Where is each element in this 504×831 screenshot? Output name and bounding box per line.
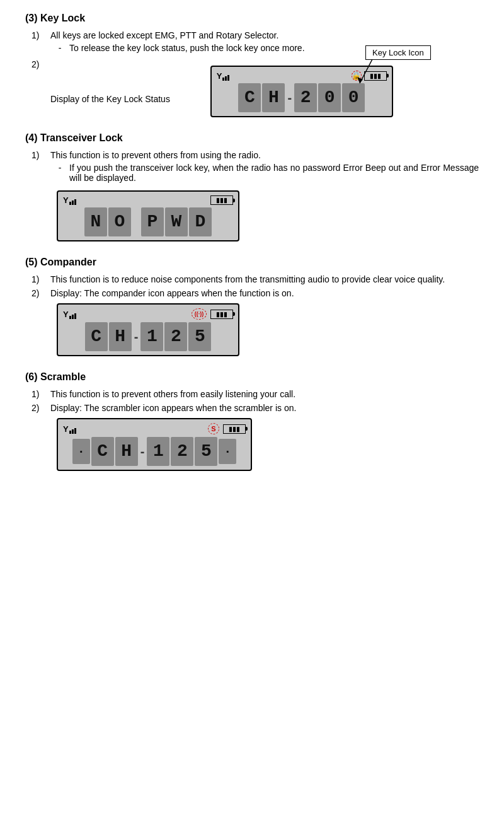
seg-sep1: -	[286, 91, 293, 105]
seg-W: W	[165, 207, 188, 236]
list-num-2: 2)	[25, 59, 50, 117]
seg-c-1: 1	[140, 322, 163, 351]
scramble-text-1: This function is to prevent others from …	[50, 389, 295, 399]
seg-c-5: 5	[188, 322, 211, 351]
scramble-text-2: Display: The scrambler icon appears when…	[50, 403, 296, 413]
seg-D: D	[189, 207, 212, 236]
list-num-c2: 2)	[25, 288, 50, 356]
heading-scramble: (6) Scramble	[25, 371, 479, 383]
section-scramble: (6) Scramble 1) This function is to prev…	[25, 371, 479, 471]
seg-s-5: 5	[195, 437, 217, 466]
seg-s-C: C	[91, 437, 114, 466]
lcd-display-scramble: Y S ▮▮▮ ·	[57, 418, 252, 471]
section-key-lock: (3) Key Lock 1) All keys are locked exce…	[25, 13, 479, 117]
compander-icon-area: ((·)) ▮▮▮	[192, 308, 233, 320]
compander-item-2: 2) Display: The compander icon appears w…	[25, 288, 479, 356]
compander-icon: ((·))	[192, 308, 207, 320]
seg-H: H	[262, 83, 285, 112]
list-num-t1: 1)	[25, 150, 50, 241]
list-num-1: 1)	[25, 30, 50, 55]
lcd-top-scramble: Y S ▮▮▮	[63, 423, 246, 434]
callout-arrow	[357, 59, 375, 84]
seg-s-sep: -	[139, 445, 146, 459]
signal-icon-compander: Y	[63, 310, 76, 319]
scramble-item-2: 2) Display: The scrambler icon appears w…	[25, 403, 479, 471]
battery-icon-scramble: ▮▮▮	[223, 424, 246, 434]
list-content-s1: This function is to prevent others from …	[50, 389, 479, 399]
seg-s-2: 2	[171, 437, 193, 466]
seg-s-sm2: ·	[219, 439, 236, 464]
seg-P: P	[141, 207, 164, 236]
seg-c-C: C	[85, 322, 108, 351]
compander-item-1: 1) This function is to reduce noise comp…	[25, 274, 479, 284]
transceiver-lock-text-1: This function is to prevent others from …	[50, 150, 261, 160]
heading-compander: (5) Compander	[25, 257, 479, 268]
section-compander: (5) Compander 1) This function is to red…	[25, 257, 479, 356]
seg-s-H: H	[115, 437, 138, 466]
list-num-s1: 1)	[25, 389, 50, 399]
seg-c-2: 2	[164, 322, 187, 351]
section-transceiver-lock: (4) Transceiver Lock 1) This function is…	[25, 132, 479, 241]
seg-0a: 0	[318, 83, 341, 112]
list-content-c2: Display: The compander icon appears when…	[50, 288, 479, 356]
list-content-t1: This function is to prevent others from …	[50, 150, 479, 241]
compander-text-1: This function is to reduce noise compone…	[50, 274, 479, 284]
lcd-display-nopwd: Y ▮▮▮ N O P	[57, 190, 239, 241]
key-lock-text-1: All keys are locked except EMG, PTT and …	[50, 30, 278, 40]
list-content-s2: Display: The scrambler icon appears when…	[50, 403, 479, 471]
battery-icon-compander: ▮▮▮	[210, 310, 233, 319]
seg-s-sm1: ·	[72, 439, 90, 464]
list-content-c1: This function is to reduce noise compone…	[50, 274, 479, 284]
list-content-2: Display of the Key Lock Status Key Lock …	[50, 59, 479, 117]
sub-dash-t1: -	[50, 163, 69, 183]
key-lock-text-2: Display of the Key Lock Status	[50, 94, 170, 104]
list-num-c1: 1)	[25, 274, 50, 284]
transceiver-lock-item-1: 1) This function is to prevent others fr…	[25, 150, 479, 241]
seg-s-1: 1	[147, 437, 169, 466]
lcd-segments-compander: C H - 1 2 5	[63, 322, 233, 351]
battery-icon-nopwd: ▮▮▮	[210, 195, 233, 205]
lcd-segments-scramble: · C H - 1 2 5 ·	[63, 437, 246, 466]
lcd-segments-nopwd: N O P W D	[63, 207, 233, 236]
signal-icon: Y	[217, 71, 230, 81]
sub-item-t1: - If you push the transceiver lock key, …	[50, 163, 479, 183]
seg-C: C	[238, 83, 261, 112]
heading-transceiver-lock: (4) Transceiver Lock	[25, 132, 479, 144]
seg-0b: 0	[342, 83, 365, 112]
seg-O: O	[108, 207, 131, 236]
lcd-top-nopwd: Y ▮▮▮	[63, 195, 233, 205]
lcd-top-compander: Y ((·)) ▮▮▮	[63, 308, 233, 320]
seg-2: 2	[294, 83, 317, 112]
sub-content-t1: If you push the transceiver lock key, wh…	[69, 163, 479, 183]
seg-N: N	[84, 207, 107, 236]
scramble-icon-area: S ▮▮▮	[208, 423, 246, 434]
compander-text-2: Display: The compander icon appears when…	[50, 288, 294, 298]
scramble-item-1: 1) This function is to prevent others fr…	[25, 389, 479, 399]
sub-dash-1: -	[50, 43, 69, 53]
lcd-display-compander: Y ((·)) ▮▮▮ C	[57, 303, 239, 356]
signal-icon-nopwd: Y	[63, 195, 76, 205]
key-lock-item-2: 2) Display of the Key Lock Status Key Lo…	[25, 59, 479, 117]
seg-c-sep: -	[133, 330, 140, 344]
list-num-s2: 2)	[25, 403, 50, 471]
callout-label-keylock: Key Lock Icon	[365, 45, 431, 60]
seg-c-H: H	[109, 322, 132, 351]
scramble-icon: S	[208, 423, 219, 434]
lcd-segments-keylock: C H - 2 0 0	[217, 83, 387, 112]
heading-key-lock: (3) Key Lock	[25, 13, 479, 24]
signal-icon-scramble: Y	[63, 424, 76, 434]
